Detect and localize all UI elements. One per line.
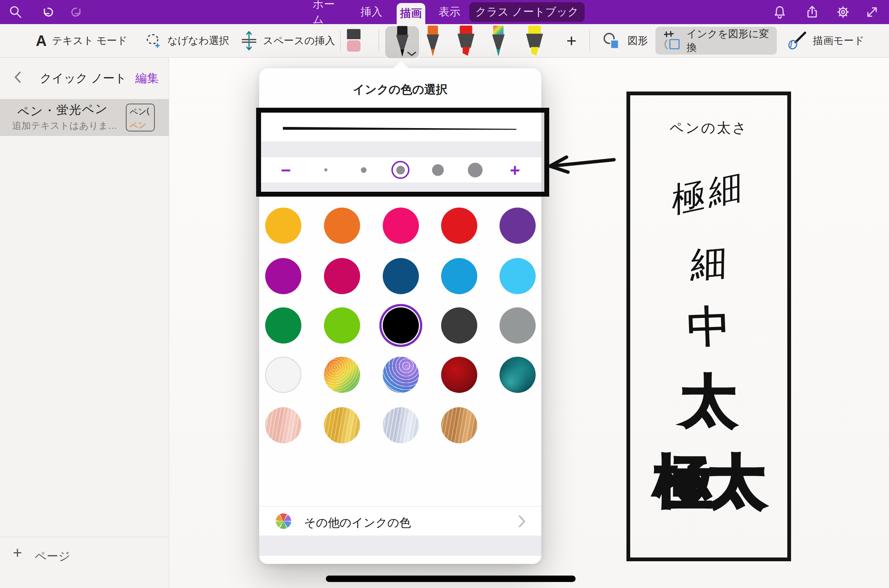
page-item-subtitle: 追加テキストはありま… — [12, 119, 118, 132]
insert-space-icon — [240, 30, 258, 52]
toolbar-divider — [340, 30, 341, 51]
eraser-icon — [345, 28, 362, 53]
lasso-icon — [145, 32, 162, 49]
tab-insert[interactable]: 挿入 — [358, 0, 385, 24]
chevron-down-icon — [407, 51, 417, 57]
shapes-icon — [602, 31, 622, 51]
draw-mode-label: 描画モード — [813, 34, 864, 47]
shapes-label: 図形 — [628, 34, 648, 47]
ink-color-bronze[interactable] — [441, 407, 477, 443]
thickness-increase-button[interactable]: + — [504, 160, 526, 180]
page-list-item-selected[interactable]: ペン・蛍光ペン 追加テキストはありま… ペン( ペン — [0, 99, 169, 136]
ink-color-red-smoke[interactable] — [441, 357, 477, 393]
convert-ink-to-shape-button[interactable]: インクを図形に変換 — [655, 27, 777, 55]
add-page-label: ページ — [35, 548, 70, 564]
lasso-select-button[interactable]: なげなわ選択 — [145, 24, 229, 57]
draw-mode-icon — [785, 31, 808, 51]
ink-color-white[interactable] — [265, 357, 301, 393]
ink-color-raspberry[interactable] — [324, 258, 360, 294]
notifications-bell-icon[interactable] — [772, 5, 787, 20]
popover-bottom-strip — [259, 556, 541, 564]
ink-to-shape-icon — [661, 30, 682, 51]
thickness-dot-1[interactable] — [324, 168, 327, 171]
thickness-sample-5: 極太 — [630, 453, 787, 510]
ink-color-pink[interactable] — [383, 208, 419, 244]
ink-color-green[interactable] — [265, 307, 301, 344]
search-icon[interactable] — [8, 5, 23, 20]
text-mode-label: テキスト モード — [52, 34, 127, 47]
onenote-app: ホーム 挿入 描画 表示 クラス ノートブック A テキスト モード — [0, 0, 889, 588]
ink-color-sky-blue[interactable] — [499, 258, 536, 294]
chevron-right-icon — [518, 515, 526, 528]
add-page-button[interactable]: + ページ — [0, 544, 169, 565]
draw-toolbar: A テキスト モード なげなわ選択 スペースの挿入 — [0, 24, 889, 58]
ink-color-galaxy[interactable] — [383, 357, 419, 393]
ink-color-red[interactable] — [441, 208, 477, 244]
draw-mode-button[interactable]: 描画モード — [785, 24, 864, 57]
thickness-sample-1: 極細 — [632, 159, 786, 227]
ink-color-silver[interactable] — [383, 407, 419, 443]
ink-color-rose-gold[interactable] — [265, 407, 301, 443]
thickness-dot-5[interactable] — [468, 163, 483, 177]
ink-color-lime-green[interactable] — [324, 307, 360, 344]
back-chevron-icon[interactable] — [14, 71, 22, 84]
ink-color-popover: インクの色の選択 − + その他のインクの色 — [259, 68, 541, 564]
ink-color-violet[interactable] — [265, 258, 301, 294]
top-bar: ホーム 挿入 描画 表示 クラス ノートブック — [0, 0, 889, 24]
add-pen-button[interactable]: + — [563, 24, 580, 57]
popover-callout-arrow — [393, 61, 409, 69]
ink-color-rainbow-glitter[interactable] — [324, 357, 360, 393]
toolbar-divider — [379, 30, 379, 51]
tab-class-notebook[interactable]: クラス ノートブック — [469, 2, 585, 22]
notebook-title: クイック ノート — [40, 70, 127, 86]
red-highlighter-button[interactable] — [454, 26, 478, 57]
thickness-sample-4: 太 — [630, 373, 787, 429]
thickness-sample-2: 細 — [630, 238, 787, 289]
shapes-button[interactable]: 図形 — [602, 24, 648, 57]
home-indicator[interactable] — [326, 576, 576, 582]
tab-home[interactable]: ホーム — [313, 0, 345, 24]
popover-separator-band — [259, 142, 541, 157]
more-ink-colors-row[interactable]: その他のインクの色 — [259, 507, 541, 536]
ink-color-teal-smoke[interactable] — [499, 357, 536, 393]
page-thumbnail: ペン( ペン — [126, 104, 155, 131]
tab-draw[interactable]: 描画 — [397, 3, 425, 24]
thumbnail-ink-orange: ペン — [129, 118, 155, 131]
ink-color-charcoal[interactable] — [441, 307, 477, 344]
share-icon[interactable] — [805, 5, 820, 20]
ink-color-gold[interactable] — [324, 407, 360, 443]
more-ink-colors-label: その他のインクの色 — [304, 515, 411, 531]
eraser-button[interactable] — [345, 24, 362, 57]
toolbar-divider — [590, 30, 590, 51]
pen-thickness-title: ペンの太さ — [630, 119, 787, 137]
text-mode-button[interactable]: A テキスト モード — [36, 24, 127, 57]
text-mode-icon: A — [36, 32, 47, 49]
ink-color-dark-blue[interactable] — [383, 258, 419, 294]
ink-color-purple[interactable] — [499, 208, 536, 244]
settings-gear-icon[interactable] — [836, 5, 851, 20]
page-item-title: ペン・蛍光ペン — [17, 101, 109, 121]
popover-separator-band — [259, 536, 541, 556]
ink-color-orange[interactable] — [324, 208, 360, 244]
orange-pen-button[interactable] — [423, 26, 443, 57]
ink-color-gold-yellow[interactable] — [265, 208, 301, 244]
yellow-highlighter-button[interactable] — [522, 26, 547, 57]
ink-color-black[interactable] — [383, 307, 419, 344]
popover-separator-band — [259, 183, 541, 191]
color-wheel-icon — [276, 513, 291, 529]
thickness-dot-2[interactable] — [361, 167, 367, 173]
thickness-decrease-button[interactable]: − — [275, 160, 297, 180]
edit-button[interactable]: 編集 — [135, 70, 159, 86]
ink-color-gray[interactable] — [499, 307, 536, 344]
ink-color-blue[interactable] — [441, 258, 477, 294]
fullscreen-expand-icon[interactable] — [865, 5, 880, 20]
lasso-label: なげなわ選択 — [167, 34, 229, 47]
insert-space-button[interactable]: スペースの挿入 — [240, 24, 335, 57]
tab-view[interactable]: 表示 — [436, 0, 463, 24]
galaxy-pen-button[interactable] — [488, 26, 509, 57]
redo-icon[interactable] — [70, 5, 85, 20]
undo-icon[interactable] — [40, 5, 55, 20]
black-pen-button-selected[interactable] — [385, 26, 419, 58]
thickness-selector: − + — [259, 157, 541, 183]
thickness-dot-4[interactable] — [432, 164, 444, 176]
